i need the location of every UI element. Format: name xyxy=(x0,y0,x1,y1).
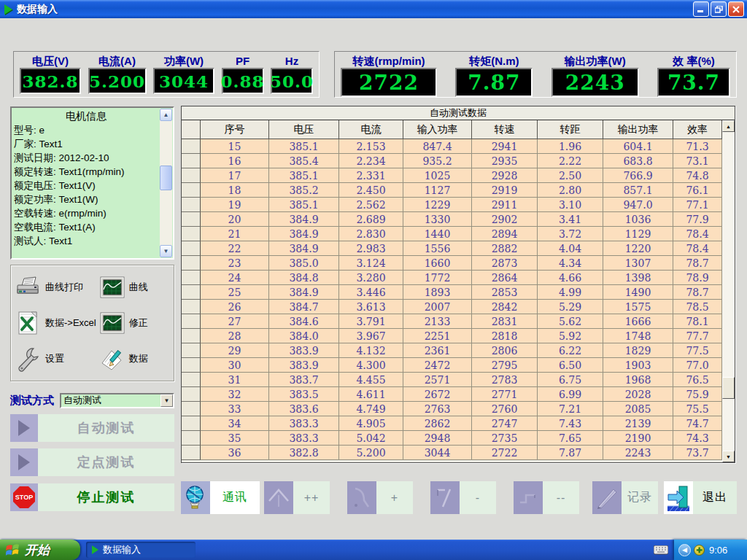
row-selector[interactable] xyxy=(182,198,201,212)
minimize-button[interactable] xyxy=(693,1,709,17)
table-row[interactable]: 20384.92.689133029023.41103677.9 xyxy=(182,212,722,227)
table-cell[interactable]: 1575 xyxy=(603,300,673,314)
table-row[interactable]: 17385.12.331102529282.50766.974.8 xyxy=(182,168,722,183)
table-cell[interactable]: 2085 xyxy=(603,402,673,416)
toolbar-button-minus-minus[interactable]: -- xyxy=(514,481,579,514)
test-button-auto[interactable]: 自动测试 xyxy=(10,414,174,442)
table-row[interactable]: 18385.22.450112729192.80857.176.1 xyxy=(182,183,722,198)
row-selector[interactable] xyxy=(182,402,201,416)
table-cell[interactable]: 15 xyxy=(201,139,269,154)
table-cell[interactable]: 1772 xyxy=(403,271,472,285)
table-cell[interactable]: 36 xyxy=(201,446,269,460)
table-cell[interactable]: 2.983 xyxy=(339,241,403,256)
table-cell[interactable]: 2571 xyxy=(403,373,472,387)
row-selector[interactable] xyxy=(182,373,201,387)
table-cell[interactable]: 2862 xyxy=(403,416,472,431)
table-row[interactable]: 34383.34.905286227477.43213974.7 xyxy=(182,416,722,431)
table-cell[interactable]: 5.200 xyxy=(339,446,403,460)
table-cell[interactable]: 383.5 xyxy=(269,387,339,402)
table-cell[interactable]: 683.8 xyxy=(603,154,673,168)
toolbar-button-record[interactable]: 记录 xyxy=(592,481,658,514)
table-cell[interactable]: 5.92 xyxy=(538,329,603,343)
table-cell[interactable]: 16 xyxy=(201,154,269,168)
table-cell[interactable]: 25 xyxy=(201,285,269,300)
table-cell[interactable]: 6.50 xyxy=(538,358,603,373)
table-row[interactable]: 28384.03.967225128185.92174877.7 xyxy=(182,329,722,343)
exit-button[interactable]: 退出 xyxy=(664,481,737,514)
table-cell[interactable]: 3.10 xyxy=(538,198,603,212)
tool-button-curve[interactable]: 曲线 xyxy=(98,273,171,301)
table-row[interactable]: 27384.63.791213328315.62166678.1 xyxy=(182,314,722,329)
table-cell[interactable]: 385.1 xyxy=(269,198,339,212)
table-cell[interactable]: 27 xyxy=(201,314,269,329)
test-mode-combobox[interactable]: 自动测试 ▼ xyxy=(60,393,174,408)
table-cell[interactable]: 2.450 xyxy=(339,183,403,198)
table-row[interactable]: 30383.94.300247227956.50190377.0 xyxy=(182,358,722,373)
start-button[interactable]: 开始 xyxy=(0,540,80,560)
table-cell[interactable]: 31 xyxy=(201,373,269,387)
table-cell[interactable]: 19 xyxy=(201,198,269,212)
table-cell[interactable]: 75.5 xyxy=(673,402,722,416)
table-cell[interactable]: 6.22 xyxy=(538,343,603,358)
table-cell[interactable]: 766.9 xyxy=(603,168,673,183)
restore-button[interactable] xyxy=(711,1,727,17)
motor-info-scrollbar[interactable]: ▲ ▼ xyxy=(160,109,172,257)
toolbar-button-minus[interactable]: - xyxy=(430,481,496,514)
table-cell[interactable]: 1903 xyxy=(603,358,673,373)
table-cell[interactable]: 74.7 xyxy=(673,416,722,431)
table-cell[interactable]: 32 xyxy=(201,387,269,402)
table-cell[interactable]: 1829 xyxy=(603,343,673,358)
table-cell[interactable]: 3.72 xyxy=(538,227,603,241)
table-cell[interactable]: 2882 xyxy=(472,241,538,256)
table-cell[interactable]: 2007 xyxy=(403,300,472,314)
table-cell[interactable]: 2864 xyxy=(472,271,538,285)
table-cell[interactable]: 18 xyxy=(201,183,269,198)
table-cell[interactable]: 2.80 xyxy=(538,183,603,198)
table-cell[interactable]: 2.562 xyxy=(339,198,403,212)
table-cell[interactable]: 7.65 xyxy=(538,431,603,446)
row-selector[interactable] xyxy=(182,329,201,343)
table-cell[interactable]: 24 xyxy=(201,271,269,285)
row-selector[interactable] xyxy=(182,387,201,402)
table-cell[interactable]: 2747 xyxy=(472,416,538,431)
table-cell[interactable]: 2133 xyxy=(403,314,472,329)
table-row[interactable]: 16385.42.234935.229352.22683.873.1 xyxy=(182,154,722,168)
keyboard-tray-icon[interactable] xyxy=(654,545,668,555)
table-cell[interactable]: 1.96 xyxy=(538,139,603,154)
table-cell[interactable]: 78.4 xyxy=(673,241,722,256)
taskbar-task-button[interactable]: 数据输入 xyxy=(86,542,196,558)
row-selector[interactable] xyxy=(182,431,201,446)
combo-dropdown-icon[interactable]: ▼ xyxy=(160,394,173,407)
table-cell[interactable]: 1036 xyxy=(603,212,673,227)
table-cell[interactable]: 1666 xyxy=(603,314,673,329)
table-cell[interactable]: 2842 xyxy=(472,300,538,314)
table-cell[interactable]: 2795 xyxy=(472,358,538,373)
tool-button-data[interactable]: 数据 xyxy=(98,345,171,373)
row-selector[interactable] xyxy=(182,212,201,227)
table-cell[interactable]: 4.455 xyxy=(339,373,403,387)
table-cell[interactable]: 385.1 xyxy=(269,168,339,183)
table-cell[interactable]: 2472 xyxy=(403,358,472,373)
table-cell[interactable]: 385.1 xyxy=(269,139,339,154)
table-cell[interactable]: 6.75 xyxy=(538,373,603,387)
table-cell[interactable]: 4.611 xyxy=(339,387,403,402)
table-cell[interactable]: 384.7 xyxy=(269,300,339,314)
table-row[interactable]: 24384.83.280177228644.66139878.9 xyxy=(182,271,722,285)
table-cell[interactable]: 3.791 xyxy=(339,314,403,329)
table-cell[interactable]: 947.0 xyxy=(603,198,673,212)
table-scroll-down-icon[interactable]: ▼ xyxy=(722,451,735,462)
table-cell[interactable]: 4.132 xyxy=(339,343,403,358)
table-cell[interactable]: 857.1 xyxy=(603,183,673,198)
table-cell[interactable]: 74.3 xyxy=(673,431,722,446)
table-row[interactable]: 26384.73.613200728425.29157578.5 xyxy=(182,300,722,314)
table-cell[interactable]: 383.6 xyxy=(269,402,339,416)
table-cell[interactable]: 20 xyxy=(201,212,269,227)
table-cell[interactable]: 75.9 xyxy=(673,387,722,402)
table-row[interactable]: 32383.54.611267227716.99202875.9 xyxy=(182,387,722,402)
tool-button-settings[interactable]: 设置 xyxy=(14,345,98,373)
table-cell[interactable]: 2831 xyxy=(472,314,538,329)
table-cell[interactable]: 1490 xyxy=(603,285,673,300)
table-cell[interactable]: 2722 xyxy=(472,446,538,460)
table-cell[interactable]: 2771 xyxy=(472,387,538,402)
table-cell[interactable]: 4.66 xyxy=(538,271,603,285)
